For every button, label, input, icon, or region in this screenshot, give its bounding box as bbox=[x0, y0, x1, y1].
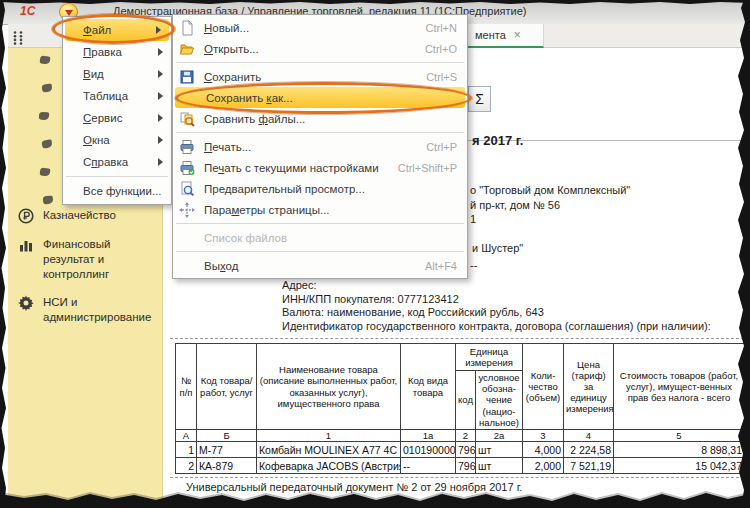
table-header-cell: Коли-чество (объем) bbox=[523, 344, 564, 430]
upd-print-form-table: № п/пКод товара/ работ, услугНаименовани… bbox=[175, 343, 745, 474]
sections-menu-icon[interactable] bbox=[11, 30, 25, 46]
no-icon bbox=[179, 258, 195, 274]
document-fragment: 1 bbox=[470, 213, 476, 225]
menu-item-label: Таблица bbox=[83, 90, 158, 102]
table-cell: 8 898,31 bbox=[614, 442, 745, 458]
sidebar-item-financial-result[interactable]: Финансовый результат и контроллинг bbox=[18, 237, 160, 282]
document-fragment: о "Торговый дом Комплексный" bbox=[470, 184, 630, 196]
address-line: Адрес: bbox=[282, 279, 711, 293]
menu-separator bbox=[176, 223, 464, 224]
menu-separator bbox=[176, 62, 464, 63]
menu-separator bbox=[176, 132, 464, 133]
sidebar-item-label: Казначейство bbox=[43, 208, 116, 224]
chevron-down-icon bbox=[65, 10, 73, 16]
table-code-cell: 5 bbox=[614, 430, 745, 442]
sidebar-item-label: НСИ и администрирование bbox=[43, 295, 160, 325]
table-code-cell: Б bbox=[197, 430, 257, 442]
bar-chart-icon bbox=[18, 237, 34, 253]
menu-item-shortcut: Alt+F4 bbox=[425, 260, 457, 272]
sidebar-item-treasury[interactable]: Казначейство bbox=[18, 208, 160, 224]
ruble-coin-icon bbox=[18, 208, 34, 224]
sections-list: КазначействоФинансовый результат и контр… bbox=[18, 208, 160, 325]
menu-item-shortcut: Ctrl+N bbox=[426, 22, 457, 34]
menu-item-windows[interactable]: Окна bbox=[63, 129, 171, 151]
table-header-cell: Единица измерения bbox=[456, 344, 523, 371]
document-tab[interactable]: мента × bbox=[467, 24, 544, 48]
menu-item-label: Новый... bbox=[204, 22, 414, 34]
table-header-cell: Код вида товара bbox=[401, 344, 456, 430]
annotation-ellipse-file bbox=[52, 14, 175, 44]
table-cell: шт bbox=[476, 458, 523, 474]
menu-item-label: Печать с текущими настройками bbox=[204, 162, 386, 174]
main-menu-panel: ФайлПравкаВидТаблицаСервисОкнаСправкаВсе… bbox=[62, 16, 172, 205]
page-break-line bbox=[170, 338, 744, 339]
table-code-cell: 2а bbox=[476, 430, 523, 442]
menu-item-shortcut: Ctrl+Shift+P bbox=[398, 162, 457, 174]
table-row: 1М-77Комбайн MOULINEX А77 4С010190000079… bbox=[176, 442, 745, 458]
menu-item-label: Список файлов bbox=[204, 232, 457, 244]
table-cell: 1 bbox=[176, 442, 197, 458]
document-fragment: и Шустер" bbox=[472, 242, 523, 254]
file-menu-item-new[interactable]: Новый...Ctrl+N bbox=[173, 17, 467, 38]
menu-item-service[interactable]: Сервис bbox=[63, 107, 171, 129]
table-code-cell: 2 bbox=[456, 430, 476, 442]
menu-item-label: Печать... bbox=[204, 141, 414, 153]
document-fragment: й пр-кт, дом № 56 bbox=[470, 199, 560, 211]
file-menu-item-file-list: Список файлов bbox=[173, 227, 467, 248]
table-header-cell: Наименование товара (описание выполненны… bbox=[257, 344, 401, 430]
table-header-cell: Цена (тариф) за единицу измерения bbox=[564, 344, 614, 430]
table-subheader-cell: код bbox=[456, 371, 476, 430]
table-cell: 2,000 bbox=[523, 458, 564, 474]
menu-item-help[interactable]: Справка bbox=[63, 151, 171, 173]
menu-item-edit[interactable]: Правка bbox=[63, 41, 171, 63]
file-menu-item-print[interactable]: Печать...Ctrl+P bbox=[173, 136, 467, 157]
sidebar-item-master-data-admin[interactable]: НСИ и администрирование bbox=[18, 295, 160, 325]
submenu-arrow-icon bbox=[158, 158, 163, 166]
file-menu-item-open[interactable]: Открыть...Ctrl+O bbox=[173, 38, 467, 59]
file-menu-item-print-preview[interactable]: Предварительный просмотр... bbox=[173, 178, 467, 199]
table-header-cell: Код товара/ работ, услуг bbox=[197, 344, 257, 430]
menu-item-label: Сохранить bbox=[204, 71, 414, 83]
table-cell: М-77 bbox=[197, 442, 257, 458]
menu-item-shortcut: Ctrl+S bbox=[426, 71, 457, 83]
menu-item-shortcut: Ctrl+O bbox=[425, 43, 457, 55]
submenu-arrow-icon bbox=[158, 70, 163, 78]
menu-item-label: Параметры страницы... bbox=[204, 204, 457, 216]
menu-item-view[interactable]: Вид bbox=[63, 63, 171, 85]
table-cell: 0101900000 bbox=[401, 442, 456, 458]
table-cell: 4,000 bbox=[523, 442, 564, 458]
file-menu-item-page-setup[interactable]: Параметры страницы... bbox=[173, 199, 467, 220]
table-cell: 796 bbox=[456, 442, 476, 458]
menu-item-all-functions[interactable]: Все функции... bbox=[63, 180, 171, 202]
compare-files-icon bbox=[179, 111, 195, 127]
document-footer: Универсальный передаточный документ № 2 … bbox=[186, 481, 522, 493]
annotation-ellipse-save-as bbox=[175, 82, 472, 114]
file-menu-panel: Новый...Ctrl+NОткрыть...Ctrl+OСохранитьC… bbox=[172, 14, 468, 279]
menu-item-label: Сравнить файлы... bbox=[204, 113, 457, 125]
no-icon bbox=[179, 230, 195, 246]
currency-line: Валюта: наименование, код Российский руб… bbox=[282, 306, 711, 320]
print-settings-icon bbox=[179, 160, 195, 176]
table-cell: 2 bbox=[176, 458, 197, 474]
file-menu-item-exit[interactable]: ВыходAlt+F4 bbox=[173, 255, 467, 276]
submenu-arrow-icon bbox=[158, 48, 163, 56]
table-cell: 7 521,19 bbox=[564, 458, 614, 474]
file-menu-item-print-with-settings[interactable]: Печать с текущими настройкамиCtrl+Shift+… bbox=[173, 157, 467, 178]
menu-item-label: Окна bbox=[83, 134, 158, 146]
screenshot-canvas: 1С Демонстрационная база / Управление то… bbox=[0, 0, 750, 508]
open-folder-icon bbox=[179, 41, 195, 57]
menu-item-label: Вид bbox=[83, 68, 158, 80]
menu-separator bbox=[176, 251, 464, 252]
contract-line: Идентификатор государственного контракта… bbox=[282, 320, 711, 334]
save-icon bbox=[179, 69, 195, 85]
close-icon[interactable]: × bbox=[514, 29, 521, 41]
gear-icon bbox=[18, 295, 34, 311]
menu-separator bbox=[66, 176, 168, 177]
1c-logo: 1С bbox=[20, 4, 35, 18]
table-code-cell: 3 bbox=[523, 430, 564, 442]
menu-item-shortcut: Ctrl+P bbox=[426, 141, 457, 153]
table-code-cell: А bbox=[176, 430, 197, 442]
table-cell: -- bbox=[401, 458, 456, 474]
menu-item-table[interactable]: Таблица bbox=[63, 85, 171, 107]
page-break-line bbox=[170, 477, 744, 478]
